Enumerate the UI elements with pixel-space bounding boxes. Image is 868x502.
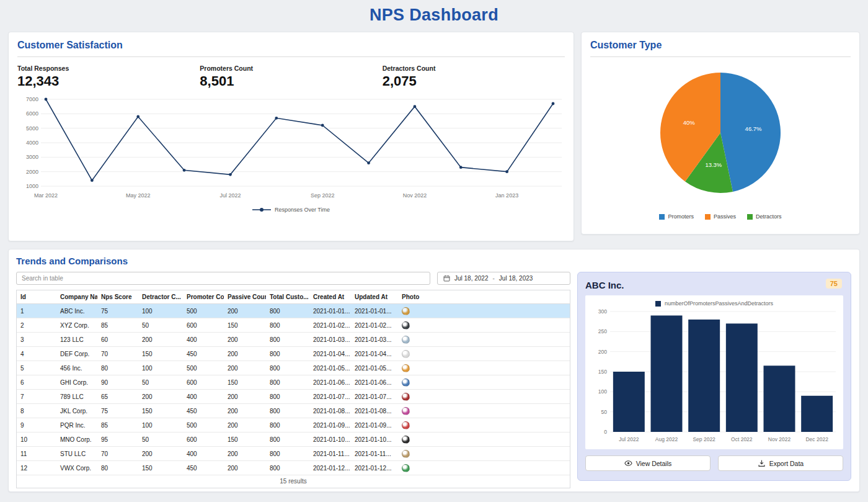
table-header-cell[interactable]: Detractor C... <box>138 290 183 304</box>
svg-text:Oct 2022: Oct 2022 <box>731 436 753 442</box>
table-row[interactable]: 10MNO Corp.95506001508002021-01-10...202… <box>17 433 570 447</box>
table-cell: 70 <box>97 347 138 361</box>
table-cell: MNO Corp. <box>56 433 97 447</box>
photo-cell <box>398 375 570 390</box>
photo-cell <box>398 318 570 333</box>
table-cell: 800 <box>266 447 309 461</box>
svg-text:Nov 2022: Nov 2022 <box>768 436 791 442</box>
table-cell: 450 <box>183 461 224 475</box>
avatar <box>402 350 410 358</box>
photo-cell <box>398 433 570 447</box>
table-controls: Jul 18, 2022 - Jul 18, 2023 <box>16 272 570 285</box>
table-cell: 150 <box>138 461 183 475</box>
metric-label: Promoters Count <box>200 65 382 72</box>
table-cell: 456 Inc. <box>56 361 97 375</box>
table-header-cell[interactable]: Company Na... <box>56 290 97 304</box>
table-cell: 400 <box>183 447 224 461</box>
table-row[interactable]: 9PQR Inc.851005002008002021-01-09...2021… <box>17 418 570 433</box>
photo-cell <box>398 361 570 375</box>
table-row[interactable]: 6GHI Corp.90506001508002021-01-06...2021… <box>17 375 570 390</box>
svg-text:Mar 2022: Mar 2022 <box>34 192 58 199</box>
table-cell: 150 <box>224 318 266 333</box>
photo-cell <box>398 347 570 361</box>
avatar <box>402 307 410 315</box>
table-row[interactable]: 8JKL Corp.751504502008002021-01-08...202… <box>17 404 570 418</box>
table-cell: 12 <box>17 461 56 475</box>
table-cell: 2021-01-04... <box>309 347 351 361</box>
table-header-cell[interactable]: Nps Score <box>97 290 138 304</box>
avatar <box>402 464 410 472</box>
table-cell: 200 <box>224 404 266 418</box>
table-row[interactable]: 12VWX Corp.801504502008002021-01-12...20… <box>17 461 570 475</box>
table-cell: 100 <box>138 418 183 433</box>
table-cell: 200 <box>224 361 266 375</box>
table-cell: 200 <box>224 418 266 433</box>
table-row[interactable]: 3123 LLC602004002008002021-01-03...2021-… <box>17 333 570 347</box>
table-cell: 8 <box>17 404 56 418</box>
table-cell: 150 <box>138 347 183 361</box>
table-header-cell[interactable]: Photo <box>398 290 570 304</box>
table-cell: 2021-01-06... <box>351 375 398 390</box>
svg-text:5000: 5000 <box>26 125 38 132</box>
trends-content-row: Jul 18, 2022 - Jul 18, 2023 IdCompany Na… <box>16 272 852 488</box>
table-row[interactable]: 11STU LLC702004002008002021-01-11...2021… <box>17 447 570 461</box>
svg-text:13.3%: 13.3% <box>705 161 722 168</box>
date-range-start[interactable]: Jul 18, 2022 <box>454 275 489 282</box>
table-row[interactable]: 7789 LLC652004002008002021-01-07...2021-… <box>17 390 570 404</box>
table-cell: XYZ Corp. <box>56 318 97 333</box>
table-row[interactable]: 1ABC Inc.751005002008002021-01-01...2021… <box>17 304 570 318</box>
table-header-cell[interactable]: Id <box>17 290 56 304</box>
photo-cell <box>398 304 570 318</box>
table-cell: 2021-01-08... <box>309 404 351 418</box>
table-header-cell[interactable]: Updated At <box>351 290 398 304</box>
table-header-cell[interactable]: Passive Count <box>224 290 266 304</box>
table-header-cell[interactable]: Total Custo... <box>266 290 309 304</box>
table-cell: 200 <box>224 347 266 361</box>
svg-text:Sep 2022: Sep 2022 <box>693 436 715 442</box>
customer-type-pie-chart: 46.7%13.3%40% <box>590 61 851 207</box>
table-cell: 800 <box>266 418 309 433</box>
customer-type-card: Customer Type 46.7%13.3%40% PromotersPas… <box>581 32 860 235</box>
table-cell: 2021-01-03... <box>351 333 398 347</box>
date-range-end[interactable]: Jul 18, 2023 <box>499 275 533 282</box>
table-column: Jul 18, 2022 - Jul 18, 2023 IdCompany Na… <box>16 272 570 488</box>
view-details-button[interactable]: View Details <box>585 455 711 471</box>
svg-text:Aug 2022: Aug 2022 <box>655 436 678 442</box>
table-header-cell[interactable]: Created At <box>309 290 351 304</box>
export-data-button[interactable]: Export Data <box>718 455 843 471</box>
svg-text:3000: 3000 <box>26 154 38 160</box>
table-cell: 80 <box>97 361 138 375</box>
svg-text:0: 0 <box>604 429 607 435</box>
photo-cell <box>398 461 570 475</box>
table-cell: 800 <box>266 390 309 404</box>
table-cell: 400 <box>183 390 224 404</box>
search-input[interactable] <box>16 272 430 285</box>
page-title: NPS Dashboard <box>0 0 868 32</box>
svg-text:May 2022: May 2022 <box>126 192 151 199</box>
metric-value: 12,343 <box>17 73 200 89</box>
table-cell: 200 <box>224 333 266 347</box>
table-cell: 2021-01-12... <box>351 461 398 475</box>
table-cell: 800 <box>266 318 309 333</box>
table-cell: 90 <box>97 375 138 390</box>
svg-text:46.7%: 46.7% <box>745 125 762 132</box>
table-row[interactable]: 2XYZ Corp.85506001508002021-01-02...2021… <box>17 318 570 333</box>
avatar <box>402 436 410 444</box>
table-cell: 10 <box>17 433 56 447</box>
customer-satisfaction-title: Customer Satisfaction <box>17 40 565 57</box>
avatar <box>402 393 410 401</box>
table-cell: 2021-01-02... <box>309 318 351 333</box>
table-cell: 200 <box>224 461 266 475</box>
table-header-row: IdCompany Na...Nps ScoreDetractor C...Pr… <box>17 290 570 304</box>
download-icon <box>758 459 766 467</box>
date-range-picker[interactable]: Jul 18, 2022 - Jul 18, 2023 <box>437 272 570 285</box>
table-cell: 100 <box>138 361 183 375</box>
table-cell: 2021-01-08... <box>351 404 398 418</box>
table-row[interactable]: 4DEF Corp.701504502008002021-01-04...202… <box>17 347 570 361</box>
table-row[interactable]: 5456 Inc.801005002008002021-01-05...2021… <box>17 361 570 375</box>
table-cell: 800 <box>266 333 309 347</box>
legend-swatch <box>747 214 753 220</box>
table-cell: 789 LLC <box>56 390 97 404</box>
table-cell: 2021-01-01... <box>309 304 351 318</box>
table-header-cell[interactable]: Promoter Co... <box>183 290 224 304</box>
